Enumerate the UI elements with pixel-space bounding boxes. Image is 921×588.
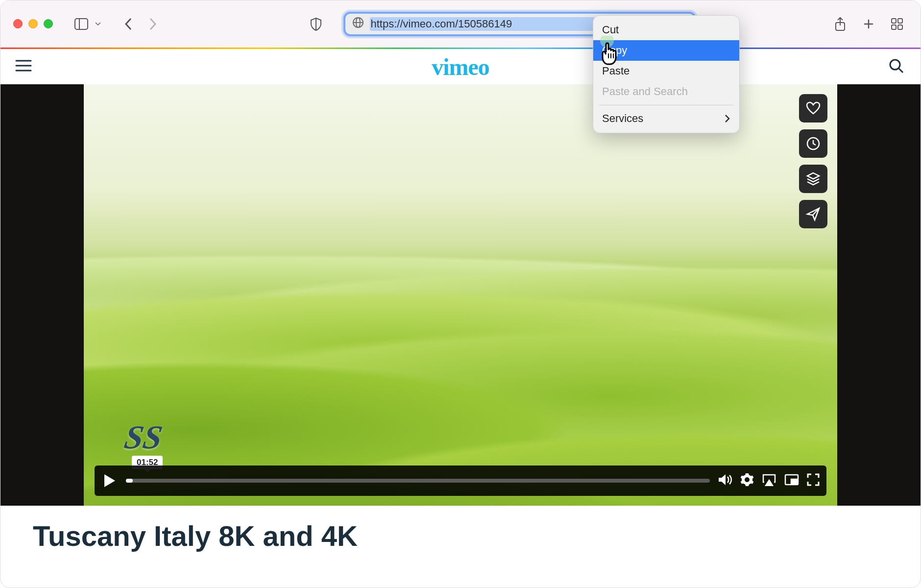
back-button[interactable] <box>118 13 139 35</box>
cursor-pointer-icon <box>598 36 625 69</box>
svg-rect-0 <box>75 19 88 29</box>
tab-overview-button[interactable] <box>886 13 908 35</box>
context-menu: Cut Copy Paste Paste and Search Services <box>593 15 740 133</box>
sidebar-toggle[interactable] <box>71 13 104 35</box>
context-menu-label: Services <box>602 112 643 125</box>
play-button[interactable] <box>101 474 118 487</box>
settings-button[interactable] <box>740 473 754 489</box>
hamburger-menu-button[interactable] <box>15 59 32 74</box>
fullscreen-button[interactable] <box>807 473 820 488</box>
chevron-left-icon <box>124 18 132 30</box>
progress-bar[interactable] <box>126 479 710 483</box>
privacy-button[interactable] <box>305 13 327 35</box>
context-menu-label: Cut <box>602 24 619 36</box>
video-container: SS 01:52 <box>0 84 921 506</box>
chevron-right-icon <box>725 114 730 123</box>
like-button[interactable] <box>799 94 827 122</box>
video-watermark: SS <box>121 418 166 457</box>
collections-button[interactable] <box>799 165 827 193</box>
stack-icon <box>806 172 821 186</box>
browser-window: https://vimeo.com/150586149 Cut Copy Pas… <box>0 0 921 588</box>
shield-icon <box>310 17 322 31</box>
search-icon <box>888 58 904 74</box>
svg-point-20 <box>890 60 900 70</box>
video-frame-image <box>84 84 837 506</box>
volume-button[interactable] <box>718 473 732 489</box>
svg-marker-25 <box>766 480 773 486</box>
share-button[interactable] <box>829 13 851 35</box>
airplay-button[interactable] <box>762 473 776 488</box>
volume-icon <box>718 473 732 487</box>
context-menu-label: Paste and Search <box>602 85 688 98</box>
chevron-down-icon <box>95 22 101 26</box>
video-player[interactable]: SS 01:52 <box>84 84 837 506</box>
browser-toolbar: https://vimeo.com/150586149 <box>0 0 921 48</box>
close-window-button[interactable] <box>13 19 23 28</box>
video-action-buttons <box>799 94 827 228</box>
airplay-icon <box>762 473 776 486</box>
site-search-button[interactable] <box>888 58 904 75</box>
context-menu-paste-and-search: Paste and Search <box>593 81 739 102</box>
share-video-button[interactable] <box>799 200 827 228</box>
chevron-right-icon <box>149 18 157 30</box>
svg-rect-12 <box>898 25 902 29</box>
pip-button[interactable] <box>784 474 799 488</box>
svg-rect-10 <box>898 19 902 23</box>
paper-plane-icon <box>806 207 821 221</box>
nav-buttons <box>118 13 164 35</box>
maximize-window-button[interactable] <box>44 19 53 28</box>
fullscreen-icon <box>807 473 820 486</box>
site-logo[interactable]: vimeo <box>432 53 489 80</box>
pip-icon <box>784 474 799 486</box>
clock-icon <box>806 136 821 151</box>
plus-icon <box>863 18 874 30</box>
svg-rect-11 <box>892 25 896 29</box>
svg-marker-23 <box>807 173 819 179</box>
share-icon <box>834 17 846 31</box>
watch-later-button[interactable] <box>799 129 827 158</box>
menu-separator <box>599 105 733 105</box>
heart-icon <box>806 101 821 115</box>
new-tab-button[interactable] <box>858 13 879 35</box>
gear-icon <box>740 473 754 487</box>
forward-button[interactable] <box>142 13 164 35</box>
video-title: Tuscany Italy 8K and 4K <box>0 506 921 552</box>
player-controls <box>95 466 826 496</box>
svg-rect-27 <box>791 479 797 484</box>
menu-icon <box>15 59 32 72</box>
context-menu-services[interactable]: Services <box>593 108 739 129</box>
site-header: vimeo <box>0 49 921 84</box>
svg-rect-9 <box>892 19 896 23</box>
minimize-window-button[interactable] <box>28 19 38 28</box>
sidebar-icon <box>74 18 88 30</box>
play-icon <box>104 474 115 487</box>
grid-icon <box>891 18 903 30</box>
traffic-lights <box>13 19 53 28</box>
svg-line-21 <box>899 69 903 73</box>
globe-icon <box>352 17 364 31</box>
